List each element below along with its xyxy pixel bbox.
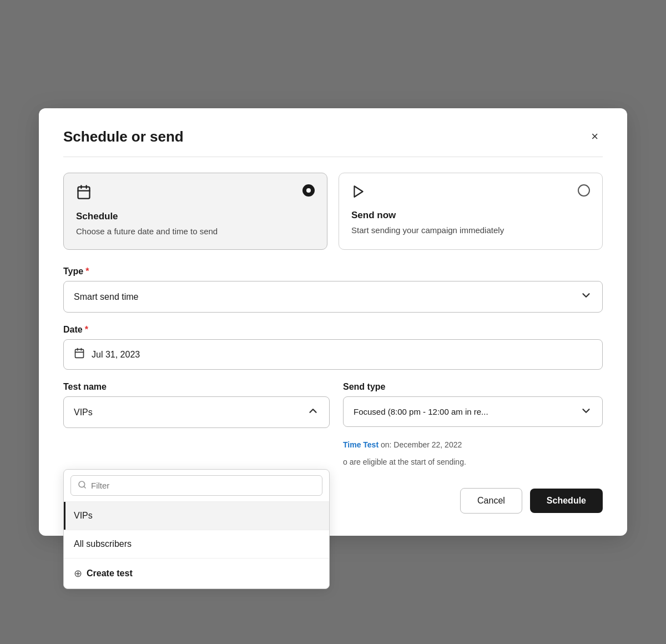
send-type-chevron-icon <box>580 405 592 419</box>
schedule-label: Schedule <box>76 211 315 222</box>
options-row: Schedule Choose a future date and time t… <box>63 173 603 250</box>
dropdown-item-vips[interactable]: VIPs <box>64 502 329 530</box>
time-test-link[interactable]: Time Test <box>343 440 379 449</box>
dropdown-filter-input[interactable] <box>91 481 315 490</box>
schedule-card-top <box>76 184 315 203</box>
date-required: * <box>85 325 88 335</box>
bottom-fields-row: Test name VIPs <box>63 382 603 468</box>
dropdown-search-inner <box>70 475 322 496</box>
eligible-info: o are eligible at the start of sending. <box>343 456 603 468</box>
dropdown-search-icon <box>78 480 87 491</box>
date-input[interactable]: Jul 31, 2023 <box>63 339 603 370</box>
schedule-description: Choose a future date and time to send <box>76 225 315 238</box>
create-plus-icon: ⊕ <box>74 567 82 580</box>
svg-rect-0 <box>78 187 90 198</box>
type-field-row: Type * Smart send time <box>63 266 603 313</box>
send-type-value: Focused (8:00 pm - 12:00 am in re... <box>354 407 488 416</box>
schedule-option-card[interactable]: Schedule Choose a future date and time t… <box>63 173 327 250</box>
type-select-value: Smart send time <box>74 292 138 302</box>
dropdown-search-area <box>64 470 329 502</box>
calendar-icon <box>76 184 92 203</box>
header-divider <box>63 157 603 157</box>
type-select[interactable]: Smart send time <box>63 281 603 313</box>
svg-line-10 <box>84 486 85 488</box>
dropdown-item-all-subscribers[interactable]: All subscribers <box>64 530 329 558</box>
send-now-card-top <box>351 184 590 202</box>
type-chevron-icon <box>580 289 592 304</box>
svg-marker-4 <box>354 186 362 197</box>
date-picker-icon <box>74 348 85 361</box>
info-on-text: on: December 22, 2022 <box>379 440 462 449</box>
test-name-label: Test name <box>63 382 330 392</box>
send-now-description: Start sending your campaign immediately <box>351 224 590 237</box>
test-name-select[interactable]: VIPs <box>63 396 330 428</box>
time-test-info: Time Test on: December 22, 2022 <box>343 439 603 451</box>
close-button[interactable]: × <box>587 128 603 145</box>
send-type-field-row: Send type Focused (8:00 pm - 12:00 am in… <box>343 382 603 427</box>
modal-title: Schedule or send <box>63 128 184 145</box>
modal-header: Schedule or send × <box>63 128 603 145</box>
test-name-field-row: Test name VIPs <box>63 382 330 428</box>
schedule-button[interactable]: Schedule <box>530 489 603 513</box>
svg-rect-5 <box>75 350 84 358</box>
modal-overlay: Schedule or send × <box>0 0 666 644</box>
test-name-chevron-up-icon <box>307 405 319 420</box>
send-now-label: Send now <box>351 210 590 221</box>
test-name-col: Test name VIPs <box>63 382 330 468</box>
type-required: * <box>85 266 89 276</box>
date-label: Date * <box>63 325 603 335</box>
test-name-dropdown: VIPs All subscribers ⊕ Create test <box>63 469 330 589</box>
date-field-row: Date * Jul 31, 2023 <box>63 325 603 370</box>
send-type-col: Send type Focused (8:00 pm - 12:00 am in… <box>343 382 603 468</box>
send-now-radio[interactable] <box>578 184 590 197</box>
date-value: Jul 31, 2023 <box>92 350 140 360</box>
cancel-button[interactable]: Cancel <box>460 488 522 514</box>
schedule-modal: Schedule or send × <box>39 108 627 536</box>
schedule-radio[interactable] <box>302 184 315 197</box>
type-label: Type * <box>63 266 603 276</box>
send-type-label: Send type <box>343 382 603 392</box>
send-type-select[interactable]: Focused (8:00 pm - 12:00 am in re... <box>343 396 603 427</box>
send-now-option-card[interactable]: Send now Start sending your campaign imm… <box>339 173 603 250</box>
send-icon <box>351 184 366 202</box>
dropdown-item-create-test[interactable]: ⊕ Create test <box>64 559 329 588</box>
test-name-value: VIPs <box>74 407 93 417</box>
